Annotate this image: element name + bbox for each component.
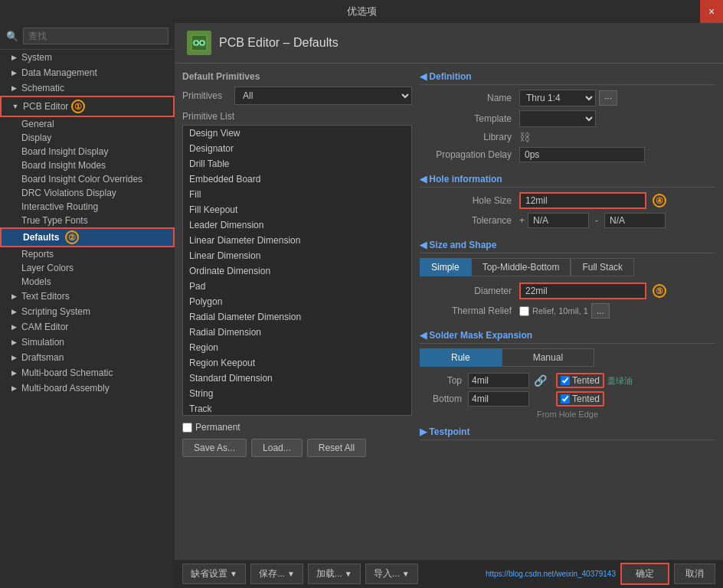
load-bottom-button[interactable]: 加载... ▼ bbox=[308, 564, 361, 584]
sidebar-child-board-insight-modes[interactable]: Board Insight Modes bbox=[0, 158, 175, 172]
full-stack-button[interactable]: Full Stack bbox=[571, 258, 634, 276]
arrow-icon: ▶ bbox=[9, 83, 18, 93]
list-item[interactable]: Designator bbox=[183, 141, 411, 156]
list-item[interactable]: Track bbox=[183, 401, 411, 416]
sidebar-child-interactive-routing[interactable]: Interactive Routing bbox=[0, 200, 175, 214]
list-item[interactable]: Polygon bbox=[183, 294, 411, 309]
permanent-label: Permanent bbox=[195, 422, 240, 433]
top-middle-bottom-button[interactable]: Top-Middle-Bottom bbox=[471, 258, 571, 276]
tolerance-value: + - bbox=[519, 213, 715, 228]
tolerance-minus-input[interactable] bbox=[604, 213, 666, 228]
list-item[interactable]: Design View bbox=[183, 126, 411, 141]
arrow-icon: ▶ bbox=[9, 68, 18, 77]
arrow-icon: ▶ bbox=[9, 322, 18, 332]
list-item[interactable]: Radial Diameter Dimension bbox=[183, 309, 411, 325]
name-row: Name Thru 1:4 ··· bbox=[420, 90, 715, 106]
propagation-delay-label: Propagation Delay bbox=[420, 149, 512, 160]
tolerance-plus-input[interactable] bbox=[528, 213, 589, 228]
reset-all-button[interactable]: Reset All bbox=[307, 439, 366, 457]
tolerance-row: Tolerance + - bbox=[420, 213, 715, 228]
url-text: https://blog.csdn.net/weixin_40379143 bbox=[486, 570, 616, 578]
sidebar-item-multiboard-schematic[interactable]: ▶ Multi-board Schematic bbox=[0, 365, 175, 381]
sidebar-child-defaults[interactable]: Defaults ② bbox=[0, 227, 175, 247]
default-settings-button[interactable]: 缺省设置 ▼ bbox=[182, 564, 246, 584]
primitives-filter-select[interactable]: All bbox=[234, 87, 412, 105]
list-item[interactable]: Region bbox=[183, 340, 411, 355]
list-item[interactable]: Fill Keepout bbox=[183, 202, 411, 217]
manual-button[interactable]: Manual bbox=[502, 348, 594, 367]
hole-size-row: Hole Size ④ bbox=[420, 192, 715, 209]
simple-button[interactable]: Simple bbox=[420, 258, 471, 276]
diameter-input[interactable] bbox=[519, 283, 646, 299]
list-item[interactable]: Linear Diameter Dimension bbox=[183, 233, 411, 248]
name-select[interactable]: Thru 1:4 bbox=[519, 90, 596, 106]
sidebar-item-pcb-editor[interactable]: ▼ PCB Editor ① bbox=[0, 96, 175, 117]
bottom-tented-wrap: Tented bbox=[556, 391, 604, 407]
name-label: Name bbox=[420, 93, 512, 103]
sidebar-child-display[interactable]: Display bbox=[0, 131, 175, 145]
diameter-value: ⑤ bbox=[519, 283, 715, 299]
dialog-title: 优选项 bbox=[347, 5, 377, 18]
import-button[interactable]: 导入... ▼ bbox=[365, 564, 418, 584]
save-as-button[interactable]: Save As... bbox=[182, 439, 247, 457]
sidebar-child-general[interactable]: General bbox=[0, 117, 175, 131]
thermal-more-button[interactable]: ... bbox=[591, 303, 610, 318]
sidebar-item-draftsman[interactable]: ▶ Draftsman bbox=[0, 350, 175, 365]
permanent-checkbox[interactable] bbox=[182, 423, 192, 433]
list-item[interactable]: Embedded Board bbox=[183, 172, 411, 187]
top-tented-checkbox[interactable] bbox=[561, 376, 570, 385]
definition-section: ◀ Definition Name Thru 1:4 ··· bbox=[420, 71, 715, 551]
from-hole-edge-label: From Hole Edge bbox=[420, 410, 715, 419]
sidebar-child-board-insight-display[interactable]: Board Insight Display bbox=[0, 145, 175, 158]
propagation-delay-input[interactable] bbox=[519, 147, 645, 162]
thermal-relief-checkbox[interactable] bbox=[519, 306, 529, 316]
name-more-button[interactable]: ··· bbox=[599, 90, 617, 106]
sidebar-child-board-insight-color-overrides[interactable]: Board Insight Color Overrides bbox=[0, 172, 175, 186]
sidebar-child-true-type-fonts[interactable]: True Type Fonts bbox=[0, 214, 175, 227]
sidebar-item-data-management[interactable]: ▶ Data Management bbox=[0, 65, 175, 80]
testpoint-group: ▶ Testpoint bbox=[420, 426, 715, 445]
sidebar-item-text-editors[interactable]: ▶ Text Editors bbox=[0, 289, 175, 304]
search-input[interactable] bbox=[23, 28, 168, 44]
propagation-delay-value bbox=[519, 147, 715, 162]
sidebar-child-layer-colors[interactable]: Layer Colors bbox=[0, 261, 175, 275]
sidebar-item-simulation[interactable]: ▶ Simulation bbox=[0, 335, 175, 350]
list-item[interactable]: Ordinate Dimension bbox=[183, 263, 411, 279]
save-button[interactable]: 保存... ▼ bbox=[250, 564, 303, 584]
sidebar-item-scripting-system[interactable]: ▶ Scripting System bbox=[0, 304, 175, 319]
rule-button[interactable]: Rule bbox=[420, 348, 502, 367]
cancel-button[interactable]: 取消 bbox=[674, 564, 715, 584]
list-item[interactable]: Drill Table bbox=[183, 156, 411, 172]
hole-size-input[interactable] bbox=[519, 192, 646, 209]
list-item[interactable]: Region Keepout bbox=[183, 355, 411, 371]
sidebar-item-cam-editor[interactable]: ▶ CAM Editor bbox=[0, 319, 175, 335]
arrow-icon: ▶ bbox=[9, 292, 18, 301]
arrow-icon: ▶ bbox=[9, 338, 18, 347]
confirm-button[interactable]: 确定 bbox=[620, 563, 669, 585]
arrow-icon: ▼ bbox=[345, 570, 352, 578]
name-value: Thru 1:4 ··· bbox=[519, 90, 715, 106]
load-button[interactable]: Load... bbox=[251, 439, 303, 457]
hole-info-group: ◀ Hole information Hole Size ④ Tolerance bbox=[420, 174, 715, 232]
sidebar-child-drc-violations[interactable]: DRC Violations Display bbox=[0, 186, 175, 200]
template-select[interactable] bbox=[519, 110, 596, 127]
bottom-tented-checkbox[interactable] bbox=[561, 394, 570, 403]
sidebar-item-system[interactable]: ▶ System bbox=[0, 50, 175, 65]
list-item[interactable]: Radial Dimension bbox=[183, 325, 411, 340]
list-item[interactable]: Leader Dimension bbox=[183, 217, 411, 233]
sidebar-item-multiboard-assembly[interactable]: ▶ Multi-board Assembly bbox=[0, 381, 175, 396]
top-mask-input[interactable] bbox=[468, 373, 529, 388]
list-item[interactable]: Fill bbox=[183, 187, 411, 202]
sidebar-child-reports[interactable]: Reports bbox=[0, 247, 175, 261]
bottom-mask-input[interactable] bbox=[468, 391, 529, 407]
bottom-mask-row: Bottom 🔗 Tented bbox=[420, 391, 715, 407]
sidebar-child-models[interactable]: Models bbox=[0, 275, 175, 289]
close-button[interactable]: × bbox=[700, 0, 723, 23]
primitives-filter-row: Primitives All bbox=[182, 87, 412, 105]
list-item[interactable]: Linear Dimension bbox=[183, 248, 411, 263]
list-item[interactable]: Standard Dimension bbox=[183, 371, 411, 386]
solder-mask-group: ◀ Solder Mask Expansion Rule Manual Top … bbox=[420, 330, 715, 419]
sidebar-item-schematic[interactable]: ▶ Schematic bbox=[0, 80, 175, 96]
list-item[interactable]: Pad bbox=[183, 279, 411, 294]
list-item[interactable]: String bbox=[183, 386, 411, 401]
